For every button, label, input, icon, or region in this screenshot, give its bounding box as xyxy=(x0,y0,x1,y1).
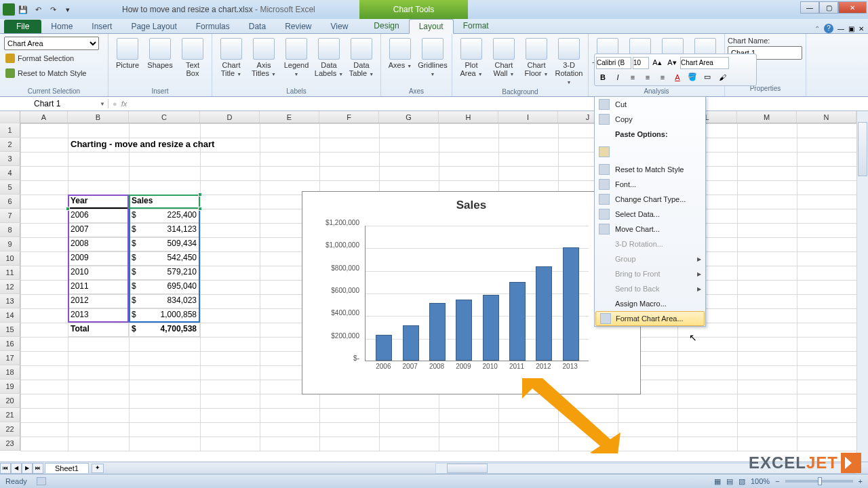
context-move-chart[interactable]: Move Chart... xyxy=(595,222,705,237)
bar-2012[interactable] xyxy=(536,266,552,361)
column-header-I[interactable]: I xyxy=(498,111,558,123)
row-header-21[interactable]: 21 xyxy=(0,408,20,422)
picture-button[interactable]: Picture xyxy=(113,35,142,69)
mini-font-input[interactable] xyxy=(596,57,631,69)
name-box[interactable]: Chart 1▼ xyxy=(0,99,108,108)
redo-button[interactable]: ↷ xyxy=(46,3,60,16)
help-icon[interactable]: ? xyxy=(824,24,833,33)
context-reset-to-match-style[interactable]: Reset to Match Style xyxy=(595,162,705,177)
zoom-slider[interactable] xyxy=(785,480,853,483)
select-all-corner[interactable] xyxy=(0,111,20,123)
align-left-icon[interactable]: ≡ xyxy=(626,70,639,84)
shrink-font-icon[interactable]: A▾ xyxy=(665,56,679,70)
normal-view-button[interactable]: ▦ xyxy=(714,477,721,486)
chart-floor-button[interactable]: ChartFloor ▼ xyxy=(521,35,551,79)
bar-2008[interactable] xyxy=(429,303,446,361)
align-right-icon[interactable]: ≡ xyxy=(656,70,669,84)
tab-layout[interactable]: Layout xyxy=(409,19,454,34)
workbook-restore-icon[interactable]: ▣ xyxy=(848,25,854,33)
sheet-nav-buttons[interactable]: ⏮ ◀ ▶ ⏭ xyxy=(0,463,43,474)
row-header-15[interactable]: 15 xyxy=(0,323,20,337)
mini-fontsize-input[interactable] xyxy=(633,57,649,69)
qat-dropdown[interactable]: ▾ xyxy=(61,3,75,16)
row-header-3[interactable]: 3 xyxy=(0,152,20,166)
row-header-20[interactable]: 20 xyxy=(0,394,20,408)
row-header-4[interactable]: 4 xyxy=(0,166,20,180)
column-header-N[interactable]: N xyxy=(797,111,856,123)
tab-review[interactable]: Review xyxy=(275,20,321,33)
align-center-icon[interactable]: ≡ xyxy=(641,70,654,84)
page-break-view-button[interactable]: ▧ xyxy=(738,477,745,486)
row-header-22[interactable]: 22 xyxy=(0,422,20,436)
format-selection-button[interactable]: Format Selection xyxy=(4,52,75,65)
last-sheet-button[interactable]: ⏭ xyxy=(33,463,43,474)
file-tab[interactable]: File xyxy=(4,20,41,33)
column-header-F[interactable]: F xyxy=(319,111,379,123)
row-header-5[interactable]: 5 xyxy=(0,180,20,195)
sheet-tab[interactable]: Sheet1 xyxy=(45,463,89,473)
column-header-E[interactable]: E xyxy=(260,111,319,123)
chart-wall-button[interactable]: ChartWall ▼ xyxy=(489,35,519,79)
tab-format[interactable]: Format xyxy=(454,19,498,33)
cancel-formula-icon[interactable]: ● xyxy=(113,100,117,108)
chart-element-dropdown[interactable]: Chart Area xyxy=(4,37,99,50)
new-sheet-button[interactable]: ✦ xyxy=(92,464,104,473)
fx-icon[interactable]: fx xyxy=(121,100,127,108)
chart-title-button[interactable]: ChartTitle ▼ xyxy=(216,35,246,79)
zoom-out-button[interactable]: − xyxy=(775,477,779,485)
context-format-chart-area[interactable]: Format Chart Area... xyxy=(595,311,705,326)
bar-2007[interactable] xyxy=(403,325,419,361)
row-header-13[interactable]: 13 xyxy=(0,294,20,308)
row-header-23[interactable]: 23 xyxy=(0,436,20,451)
context-change-chart-type[interactable]: Change Chart Type... xyxy=(595,192,705,207)
worksheet-grid[interactable]: ABCDEFGHIJKLMN 1234567891011121314151617… xyxy=(0,111,868,453)
format-painter-icon[interactable]: 🖌 xyxy=(715,70,729,84)
column-header-H[interactable]: H xyxy=(439,111,498,123)
row-header-18[interactable]: 18 xyxy=(0,365,20,380)
context-select-data[interactable]: Select Data... xyxy=(595,207,705,222)
tab-view[interactable]: View xyxy=(321,20,358,33)
maximize-button[interactable]: ▢ xyxy=(819,1,838,14)
bar-2006[interactable] xyxy=(376,335,392,361)
axis-titles-button[interactable]: AxisTitles ▼ xyxy=(249,35,279,79)
reset-style-button[interactable]: Reset to Match Style xyxy=(4,66,88,80)
save-button[interactable]: 💾 xyxy=(16,3,30,16)
row-header-7[interactable]: 7 xyxy=(0,209,20,223)
page-layout-view-button[interactable]: ▤ xyxy=(726,477,733,486)
row-header-8[interactable]: 8 xyxy=(0,223,20,237)
workbook-minimize-icon[interactable]: — xyxy=(837,25,844,33)
mini-element-input[interactable] xyxy=(680,57,729,69)
row-header-9[interactable]: 9 xyxy=(0,237,20,251)
context-font[interactable]: Font... xyxy=(595,177,705,192)
bar-2009[interactable] xyxy=(456,300,472,361)
first-sheet-button[interactable]: ⏮ xyxy=(0,463,11,474)
row-header-10[interactable]: 10 xyxy=(0,251,20,266)
zoom-in-button[interactable]: + xyxy=(859,477,863,485)
context-cut[interactable]: Cut xyxy=(595,97,705,112)
row-header-16[interactable]: 16 xyxy=(0,337,20,351)
gridlines-button[interactable]: Gridlines ▼ xyxy=(418,35,448,79)
cell-B15[interactable]: Total xyxy=(68,323,129,337)
scrollbar-thumb[interactable] xyxy=(858,122,867,176)
scrollbar-thumb[interactable] xyxy=(447,464,488,473)
row-header-14[interactable]: 14 xyxy=(0,308,20,323)
border-button[interactable]: ▭ xyxy=(701,70,714,84)
fill-color-button[interactable]: 🪣 xyxy=(686,70,699,84)
next-sheet-button[interactable]: ▶ xyxy=(22,463,33,474)
row-header-12[interactable]: 12 xyxy=(0,280,20,294)
italic-button[interactable]: I xyxy=(611,70,625,84)
embedded-chart[interactable]: Sales $-$200,000$400,000$600,000$800,000… xyxy=(302,191,641,394)
vertical-scrollbar[interactable] xyxy=(856,111,868,462)
workbook-close-icon[interactable]: ✕ xyxy=(859,25,864,33)
cell-C15[interactable]: $4,700,538 xyxy=(129,323,200,337)
axes-button[interactable]: Axes ▼ xyxy=(385,35,415,70)
close-button[interactable]: ✕ xyxy=(838,1,867,14)
context-copy[interactable]: Copy xyxy=(595,112,705,127)
plot-area[interactable] xyxy=(365,226,589,361)
shapes-button[interactable]: Shapes xyxy=(145,35,175,69)
row-header-1[interactable]: 1 xyxy=(0,123,20,138)
tab-formulas[interactable]: Formulas xyxy=(186,20,239,33)
ribbon-minimize-icon[interactable]: ⌃ xyxy=(814,25,820,33)
minimize-button[interactable]: — xyxy=(800,1,819,14)
bar-2011[interactable] xyxy=(509,282,526,361)
